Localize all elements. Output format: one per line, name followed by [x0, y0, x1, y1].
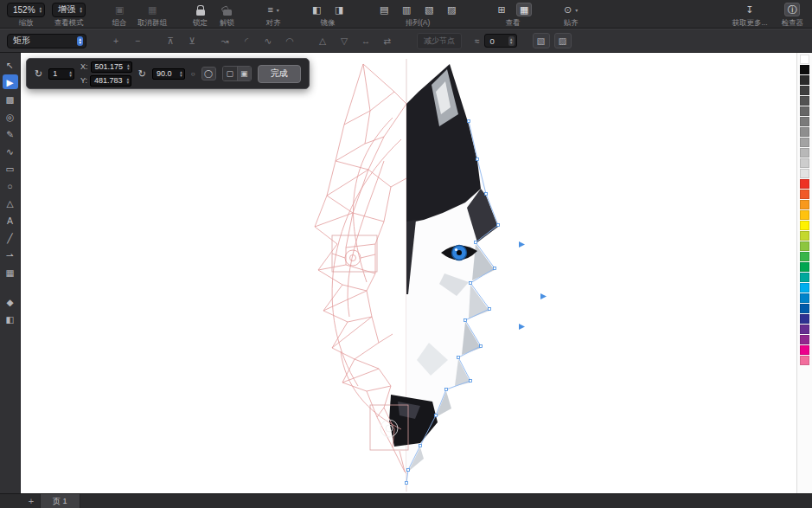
align-button[interactable]: ≡ ▾ — [265, 3, 281, 16]
freehand-tool[interactable]: ✎ — [3, 126, 18, 141]
color-swatch[interactable] — [800, 314, 809, 324]
get-more-icon[interactable]: ↧ — [742, 3, 758, 16]
symmetric-node-button[interactable]: △ — [314, 33, 331, 48]
x-value: 501.175 — [95, 62, 124, 71]
zoom-tool[interactable]: ◎ — [3, 109, 18, 124]
polygon-tool[interactable]: △ — [3, 196, 18, 210]
copies-input[interactable]: 1 ▴▾ — [48, 68, 74, 80]
shape-edit-tool[interactable]: ▶ — [3, 74, 18, 89]
reverse-direction-button[interactable]: ▽ — [336, 33, 353, 48]
combine-icon[interactable]: ▣ — [112, 3, 127, 16]
ellipse-mode-button[interactable]: ◯ — [201, 67, 216, 80]
color-swatch[interactable] — [800, 335, 809, 344]
color-swatch[interactable] — [800, 138, 809, 147]
smooth-node-button[interactable]: ◠ — [281, 33, 298, 48]
angle-input[interactable]: 90.0 ▴▾ — [152, 68, 185, 80]
color-swatch[interactable] — [800, 241, 809, 251]
bezier-tool[interactable]: ∿ — [3, 144, 18, 158]
color-swatch[interactable] — [800, 200, 809, 209]
rotate-nodes-button[interactable]: ⇄ — [379, 33, 396, 48]
crop-tool[interactable]: ▩ — [3, 92, 18, 106]
color-swatch[interactable] — [800, 293, 809, 303]
color-swatch[interactable] — [800, 283, 809, 293]
elastic-mode-toggle[interactable]: ▧ — [533, 33, 550, 48]
node-mode-b-button[interactable]: ▣ — [237, 67, 251, 80]
mesh-fill-tool[interactable]: ▦ — [3, 265, 18, 280]
unlock-icon[interactable] — [223, 10, 232, 16]
pick-tool[interactable]: ↖ — [3, 57, 18, 72]
join-nodes-button[interactable]: ⊼ — [162, 33, 179, 48]
color-swatch[interactable] — [800, 356, 809, 365]
color-swatch[interactable] — [800, 190, 809, 199]
x-input[interactable]: 501.175 ▴▾ — [91, 61, 132, 73]
color-swatch[interactable] — [800, 325, 809, 334]
arrange-label: 排列(A) — [406, 18, 430, 29]
wolf-artwork[interactable] — [259, 59, 553, 492]
reduce-nodes-button[interactable]: 减少节点 — [417, 33, 462, 49]
to-curve-button[interactable]: ◜ — [238, 33, 255, 48]
color-swatch[interactable] — [800, 158, 809, 168]
color-swatch[interactable] — [800, 55, 809, 64]
color-swatch[interactable] — [800, 273, 809, 282]
control-handle-arrows[interactable] — [519, 241, 547, 330]
arrange-backward-icon[interactable]: ▨ — [444, 3, 459, 16]
text-tool[interactable]: A — [3, 213, 18, 228]
color-swatch[interactable] — [800, 169, 809, 178]
smoothness-input[interactable]: 0 ▴▾ — [484, 34, 517, 48]
mirror-horizontal-icon[interactable]: ◧ — [309, 3, 324, 16]
add-page-button[interactable]: + — [22, 494, 40, 508]
eyedropper-tool[interactable]: ◆ — [3, 294, 18, 309]
color-swatch[interactable] — [800, 65, 809, 74]
inspector-icon[interactable]: ⓘ — [784, 3, 800, 16]
color-swatch[interactable] — [800, 117, 809, 126]
arrange-forward-icon[interactable]: ▧ — [421, 3, 437, 16]
delete-node-button[interactable]: − — [129, 33, 146, 48]
combine-group: ▣ 组合 — [112, 3, 127, 29]
page-tab-1[interactable]: 页 1 — [40, 494, 80, 508]
canvas[interactable]: ↻ 1 ▴▾ X: 501.175 ▴▾ Y: 481.783 ▴▾ — [21, 53, 796, 493]
shape-type-select[interactable]: 矩形 ▴▾ — [7, 34, 86, 48]
color-swatch[interactable] — [800, 262, 809, 272]
connector-tool[interactable]: ⇀ — [3, 248, 18, 262]
view-detail-icon[interactable]: ▦ — [516, 3, 532, 16]
line-tool[interactable]: ╱ — [3, 230, 18, 245]
color-swatch[interactable] — [800, 345, 809, 355]
color-swatch[interactable] — [800, 304, 809, 313]
color-swatch[interactable] — [800, 252, 809, 261]
wolf-render[interactable] — [389, 64, 498, 473]
color-swatch[interactable] — [800, 179, 809, 189]
select-all-nodes-toggle[interactable]: ▨ — [554, 33, 572, 48]
rotation-center-icon[interactable]: ○ — [191, 70, 195, 78]
lock-icon[interactable] — [196, 10, 205, 16]
color-swatch[interactable] — [800, 86, 809, 95]
add-node-button[interactable]: + — [107, 33, 125, 48]
color-swatch[interactable] — [800, 210, 809, 220]
color-swatch[interactable] — [800, 148, 809, 158]
node-mode-a-button[interactable]: ▢ — [223, 67, 237, 80]
view-mode-select[interactable]: 增强 ▴▾ — [52, 3, 86, 17]
y-input[interactable]: 481.783 ▴▾ — [90, 75, 131, 87]
to-line-button[interactable]: ↝ — [216, 33, 233, 48]
ellipse-tool[interactable]: ○ — [3, 178, 18, 193]
color-swatch[interactable] — [800, 127, 809, 137]
mirror-vertical-icon[interactable]: ◨ — [331, 3, 347, 16]
color-swatch[interactable] — [800, 96, 809, 106]
done-button[interactable]: 完成 — [258, 65, 301, 83]
arrange-back-icon[interactable]: ▥ — [399, 3, 414, 16]
arrange-front-icon[interactable]: ▤ — [376, 3, 392, 16]
color-swatch[interactable] — [800, 75, 809, 85]
view-grid-icon[interactable]: ⊞ — [494, 3, 509, 16]
fill-tool[interactable]: ◧ — [3, 312, 18, 326]
cusp-node-button[interactable]: ∿ — [259, 33, 277, 48]
color-swatch[interactable] — [800, 106, 809, 116]
stretch-nodes-button[interactable]: ↔ — [357, 33, 374, 48]
view-mode-label: 查看模式 — [54, 18, 84, 29]
ungroup-icon[interactable]: ▦ — [144, 3, 160, 16]
break-curve-button[interactable]: ⊻ — [183, 33, 201, 48]
color-swatch[interactable] — [800, 221, 809, 230]
rectangle-tool[interactable]: ▭ — [3, 161, 18, 176]
view-label: 查看 — [506, 18, 521, 29]
zoom-select[interactable]: 152% ▴▾ — [7, 3, 45, 17]
color-swatch[interactable] — [800, 231, 809, 241]
snap-button[interactable]: ⊙ ▾ — [563, 3, 579, 16]
